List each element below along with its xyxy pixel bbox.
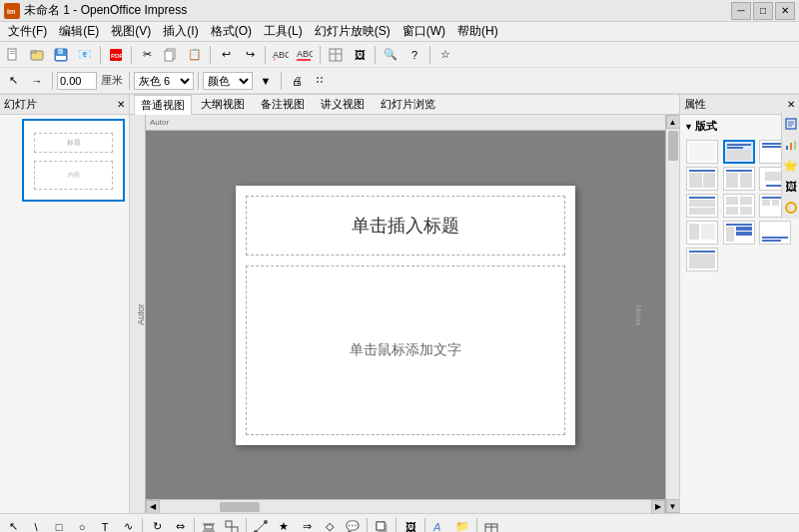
layout-two-col[interactable] [686,167,718,191]
layout-footer[interactable] [759,221,791,245]
svg-rect-35 [205,525,213,529]
layout-section-header[interactable]: ▼ 版式 [684,117,795,136]
color-dropdown[interactable]: ▼ [255,70,277,92]
svg-rect-29 [786,146,788,150]
tab-normal-view[interactable]: 普通视图 [134,95,192,116]
sep10 [198,72,199,90]
properties-close-button[interactable]: ✕ [787,99,795,110]
icon-styles[interactable]: ⭐ [782,157,800,175]
menu-tools[interactable]: 工具(L) [258,21,309,42]
layout-title-two-col[interactable] [723,167,755,191]
layout-three-row[interactable] [686,221,718,245]
layout-col-content[interactable] [723,221,755,245]
group-tool[interactable] [221,516,243,533]
icon-chart[interactable] [782,136,800,154]
menu-file[interactable]: 文件(F) [2,21,53,42]
draw-ellipse[interactable]: ○ [71,516,93,533]
scroll-down-button[interactable]: ▼ [666,499,680,513]
insert-table-button[interactable] [325,44,347,66]
layout-four-boxes[interactable] [723,194,755,218]
menu-view[interactable]: 视图(V) [105,21,157,42]
arrow-right-tool[interactable]: → [26,70,48,92]
pdf-button[interactable]: PDF [105,44,127,66]
block-arrows[interactable]: ⇒ [296,516,318,533]
slide-title-area[interactable]: 单击插入标题 [246,196,565,256]
snap-grid-button[interactable] [310,70,332,92]
align-tool[interactable] [198,516,220,533]
scroll-left-button[interactable]: ◀ [146,500,160,514]
star-icon[interactable]: ☆ [434,44,456,66]
slide-content-area[interactable]: 单击鼠标添加文字 [246,266,565,435]
menu-format[interactable]: 格式(O) [205,21,258,42]
horizontal-scrollbar[interactable]: ◀ ▶ [146,499,665,513]
svg-point-24 [321,81,323,83]
icon-effects[interactable]: ! [782,199,800,217]
menu-window[interactable]: 窗口(W) [397,21,451,42]
save-button[interactable] [50,44,72,66]
paste-button[interactable]: 📋 [184,44,206,66]
menu-insert[interactable]: 插入(I) [157,21,204,42]
tab-notes-view[interactable]: 备注视图 [254,95,312,115]
zoom-out-button[interactable]: 🔍 [380,44,401,66]
insert-image-button[interactable]: 🖼 [349,44,371,66]
draw-line[interactable]: \ [25,516,47,533]
copy-button[interactable] [160,44,182,66]
layout-last[interactable] [686,248,718,271]
menu-help[interactable]: 帮助(H) [451,21,504,42]
tab-outline-view[interactable]: 大纲视图 [194,95,252,115]
svg-rect-30 [790,143,792,150]
tab-slide-browse[interactable]: 幻灯片浏览 [374,95,442,115]
hyphenation-button[interactable]: ABC✓ [270,44,292,66]
help-button[interactable]: ? [403,44,425,66]
scroll-right-button[interactable]: ▶ [651,500,665,514]
slide-item-1[interactable]: 1 标题 内容 [4,119,125,202]
tab-handout-view[interactable]: 讲义视图 [314,95,372,115]
color-picker-2[interactable]: 颜色 [203,72,253,90]
slide-content-text[interactable]: 单击鼠标添加文字 [350,341,461,359]
table-draw-tool[interactable] [480,516,502,533]
draw-rect[interactable]: □ [48,516,70,533]
position-x-input[interactable] [57,72,97,90]
maximize-button[interactable]: □ [753,2,773,20]
slides-panel-close-button[interactable]: ✕ [117,99,125,110]
slide-title-text[interactable]: 单击插入标题 [352,214,459,238]
undo-button[interactable]: ↩ [215,44,237,66]
text-tool[interactable]: T [94,516,116,533]
callout-tool[interactable]: 💬 [342,516,364,533]
slide-thumbnail-1[interactable]: 标题 内容 [22,119,125,202]
menu-edit[interactable]: 编辑(E) [53,21,105,42]
new-button[interactable] [2,44,24,66]
star-shapes[interactable]: ★ [273,516,295,533]
color-picker-1[interactable]: 灰色 6 [134,72,194,90]
draw-curve[interactable]: ∿ [117,516,139,533]
select-tool[interactable]: ↖ [2,516,24,533]
from-file-tool[interactable]: 📁 [451,516,473,533]
cut-button[interactable]: ✂ [136,44,158,66]
redo-button[interactable]: ↪ [239,44,261,66]
shadow-tool[interactable] [371,516,393,533]
spellcheck-button[interactable]: ABC [294,44,316,66]
icon-gallery[interactable]: 🖼 [782,178,800,196]
icon-properties[interactable] [782,115,800,133]
scroll-thumb-v[interactable] [668,131,678,161]
rotate-tool[interactable]: ↻ [146,516,168,533]
layout-blank[interactable] [686,140,718,164]
close-button[interactable]: ✕ [775,2,795,20]
printer-button[interactable]: 🖨 [286,70,308,92]
open-button[interactable] [26,44,48,66]
fontwork-tool[interactable]: A [428,516,450,533]
flip-tool[interactable]: ⇔ [169,516,191,533]
layout-title-content[interactable] [723,140,755,164]
connector-tool[interactable] [250,516,272,533]
insert-image-tool[interactable]: 🖼 [400,516,421,533]
layout-title-text[interactable] [686,194,718,218]
scroll-thumb-h[interactable] [220,502,260,512]
flowchart-tool[interactable]: ◇ [319,516,341,533]
scroll-up-button[interactable]: ▲ [666,115,680,129]
arrow-tool[interactable]: ↖ [2,70,24,92]
email-button[interactable]: 📧 [74,44,96,66]
menu-slideshow[interactable]: 幻灯片放映(S) [309,21,397,42]
thumb-title: 标题 [34,133,113,153]
slide-canvas-area[interactable]: 单击插入标题 单击鼠标添加文字 Notas [146,131,665,499]
minimize-button[interactable]: ─ [731,2,751,20]
